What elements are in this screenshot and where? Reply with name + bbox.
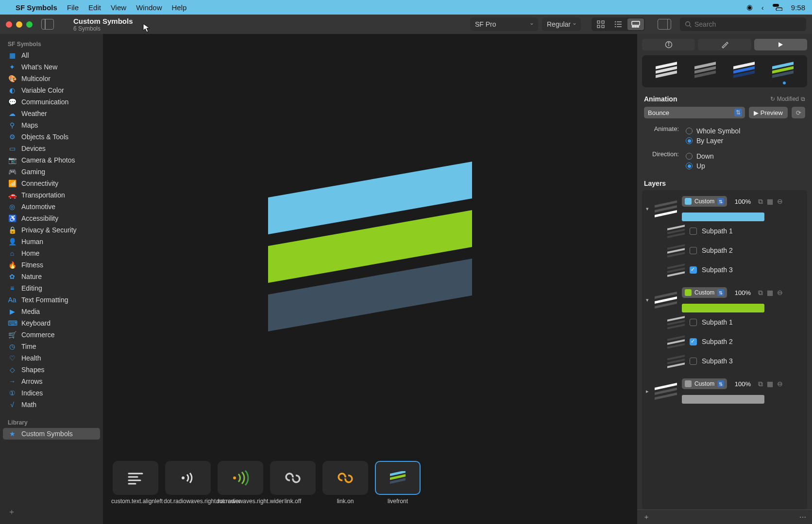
sidebar-item-custom-symbols[interactable]: ★ Custom Symbols [3, 428, 100, 440]
preview-button[interactable]: ▶ Preview [749, 107, 788, 118]
loop-button[interactable]: ⟳ [792, 107, 805, 118]
layer-group-icon[interactable]: ▦ [767, 289, 773, 297]
sidebar-item-arrows[interactable]: →Arrows [3, 376, 100, 387]
menu-edit[interactable]: Edit [88, 3, 101, 12]
list-view-button[interactable] [610, 18, 626, 30]
minimize-window-button[interactable] [16, 21, 22, 28]
inspector-tab-bar[interactable] [637, 34, 812, 55]
layer-group-icon[interactable]: ▦ [767, 197, 773, 206]
symbol-thumb-dot-radiowaves-right-narrower[interactable]: dot.radiowaves.right.narrower [165, 461, 211, 505]
radio-up[interactable] [686, 163, 693, 169]
layer-color-select[interactable]: Custom ⇅ [682, 378, 727, 389]
sidebar-item-nature[interactable]: ✿Nature [3, 271, 100, 282]
layer-color-select[interactable]: Custom ⇅ [682, 196, 727, 207]
sidebar-item-indices[interactable]: ①Indices [3, 387, 100, 399]
copy-layer-icon[interactable]: ⧉ [758, 289, 763, 297]
animation-type-select[interactable]: Bounce ⇅ [644, 107, 745, 118]
weight-select[interactable]: Regular [542, 17, 581, 31]
disclosure-triangle[interactable]: ▾ [646, 206, 652, 212]
layer-group-icon[interactable]: ▦ [767, 380, 773, 388]
sidebar-item-multicolor[interactable]: 🎨Multicolor [3, 73, 100, 84]
subpath-row[interactable]: Subpath 1 [646, 312, 803, 332]
animation-modified-badge[interactable]: ↻ Modified ⧉ [770, 96, 805, 102]
sidebar-item-health[interactable]: ♡Health [3, 352, 100, 364]
symbol-thumb-link-on[interactable]: link.on [322, 461, 368, 505]
remove-layer-icon[interactable]: ⊖ [777, 289, 783, 297]
layer-opacity[interactable]: 100% [731, 380, 754, 388]
subpath-checkbox[interactable] [690, 338, 697, 345]
layer-opacity[interactable]: 100% [731, 198, 754, 205]
disclosure-triangle[interactable]: ▸ [646, 388, 652, 394]
menu-view[interactable]: View [111, 3, 126, 12]
subpath-row[interactable]: Subpath 2 [646, 241, 803, 260]
font-select[interactable]: SF Pro [470, 17, 538, 31]
sidebar-item-keyboard[interactable]: ⌨Keyboard [3, 317, 100, 329]
render-preview-hier[interactable] [694, 62, 716, 77]
sidebar-item-math[interactable]: √Math [3, 399, 100, 410]
copy-layer-icon[interactable]: ⧉ [758, 197, 763, 206]
sidebar-item-human[interactable]: 👤Human [3, 236, 100, 247]
add-layer-button[interactable]: ＋ [643, 513, 650, 522]
layer-color-bar[interactable] [682, 395, 764, 404]
record-icon[interactable]: ◉ [746, 3, 753, 12]
sidebar-item-commerce[interactable]: 🛒Commerce [3, 329, 100, 341]
direction-radiogroup[interactable]: Down Up [686, 150, 714, 172]
search-input[interactable]: Search [680, 17, 806, 31]
sidebar-item-objects-tools[interactable]: ⚙Objects & Tools [3, 131, 100, 143]
gallery-view-button[interactable] [627, 18, 644, 30]
symbol-thumb-custom-text-alignleft[interactable]: custom.text.alignleft [113, 461, 158, 505]
sidebar-item-editing[interactable]: ≡Editing [3, 282, 100, 294]
inspector-tab-animation[interactable] [754, 39, 807, 50]
symbol-thumb-link-off[interactable]: link.off [270, 461, 316, 505]
sidebar-item-home[interactable]: ⌂Home [3, 247, 100, 259]
layer-color-bar[interactable] [682, 213, 764, 221]
sidebar-item-accessibility[interactable]: ♿Accessibility [3, 213, 100, 224]
sidebar-item-what-s-new[interactable]: ✦What's New [3, 61, 100, 73]
menu-window[interactable]: Window [136, 3, 162, 12]
sidebar-item-camera-photos[interactable]: 📷Camera & Photos [3, 154, 100, 166]
layer-color-select[interactable]: Custom ⇅ [682, 287, 727, 298]
sidebar-add-button[interactable]: ＋ [3, 503, 100, 521]
subpath-checkbox[interactable] [690, 319, 697, 326]
subpath-checkbox[interactable] [690, 358, 697, 365]
sidebar-item-connectivity[interactable]: 📶Connectivity [3, 178, 100, 189]
inspector-tab-color[interactable] [698, 39, 751, 50]
menu-file[interactable]: File [67, 3, 79, 12]
grid-view-button[interactable] [592, 18, 609, 30]
layer-opacity[interactable]: 100% [731, 289, 754, 296]
close-window-button[interactable] [6, 21, 12, 28]
sidebar-item-automotive[interactable]: ◎Automotive [3, 201, 100, 213]
sidebar-item-text-formatting[interactable]: AaText Formatting [3, 294, 100, 306]
subpath-row[interactable]: Subpath 3 [646, 260, 803, 279]
layer-color-bar[interactable] [682, 304, 764, 312]
sidebar-item-time[interactable]: ◷Time [3, 341, 100, 352]
sidebar-item-devices[interactable]: ▭Devices [3, 143, 100, 154]
sidebar-item-shapes[interactable]: ◇Shapes [3, 364, 100, 376]
animate-radiogroup[interactable]: Whole Symbol By Layer [686, 125, 740, 147]
radio-whole-symbol[interactable] [686, 128, 693, 134]
view-mode-segmented[interactable] [592, 17, 645, 31]
control-center-icon[interactable] [773, 4, 782, 11]
sidebar-item-media[interactable]: ▶Media [3, 306, 100, 317]
subpath-row[interactable]: Subpath 2 [646, 332, 803, 351]
sidebar-item-weather[interactable]: ☁Weather [3, 108, 100, 119]
toggle-sidebar-button[interactable] [41, 19, 54, 30]
symbol-thumb-dot-radiowaves-right-wider[interactable]: dot.radiowaves.right.wider [218, 461, 263, 505]
copy-layer-icon[interactable]: ⧉ [758, 380, 763, 388]
subpath-checkbox[interactable] [690, 266, 697, 274]
radio-down[interactable] [686, 153, 693, 160]
menubar-app-name[interactable]: SF Symbols [16, 3, 57, 12]
radio-by-layer[interactable] [686, 137, 693, 144]
render-preview-multicolor[interactable] [772, 62, 794, 77]
disclosure-triangle[interactable]: ▾ [646, 297, 652, 303]
sidebar-item-variable-color[interactable]: ◐Variable Color [3, 84, 100, 96]
subpath-checkbox[interactable] [690, 228, 697, 235]
render-preview-palette[interactable] [733, 62, 755, 77]
sidebar-item-privacy-security[interactable]: 🔒Privacy & Security [3, 224, 100, 236]
symbol-thumb-livefront[interactable]: livefront [375, 461, 421, 505]
menubar-clock[interactable]: 9:58 [791, 3, 805, 12]
sidebar-item-all[interactable]: ▦All [3, 49, 100, 61]
window-traffic-lights[interactable] [6, 21, 33, 28]
remove-layer-icon[interactable]: ⊖ [777, 380, 783, 388]
render-preview-mono[interactable] [656, 62, 677, 77]
